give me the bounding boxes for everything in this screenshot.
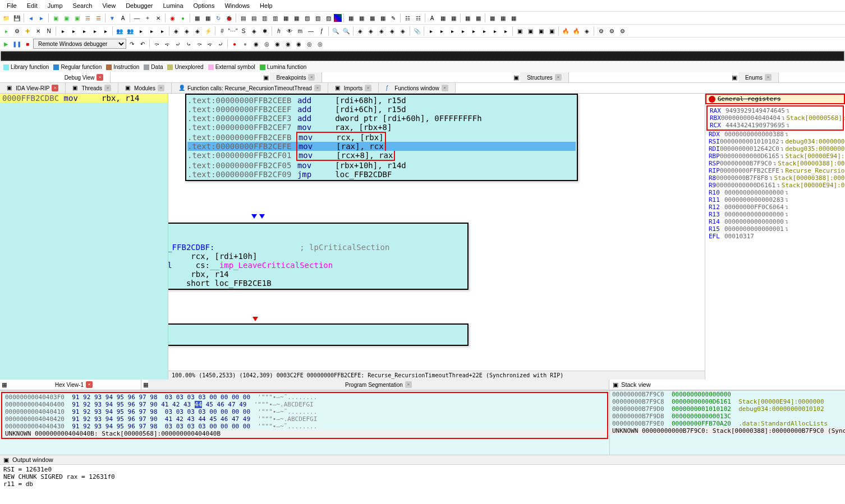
bp-icon[interactable]: ◎ xyxy=(315,39,325,49)
bp-icon[interactable]: ◎ xyxy=(304,39,314,49)
win-icon[interactable]: ▥ xyxy=(259,13,269,23)
type-icon[interactable]: ◈ xyxy=(249,26,259,36)
color-icon[interactable] xyxy=(334,14,342,22)
type-icon[interactable]: ▸ xyxy=(79,26,89,36)
close-icon[interactable]: × xyxy=(86,381,93,388)
flame-icon[interactable]: 🔥 xyxy=(561,26,571,36)
hex-row[interactable]: 0000000004040420 91 92 93 94 95 96 97 90… xyxy=(3,415,607,423)
close-icon[interactable]: × xyxy=(158,85,164,91)
m-icon[interactable]: m xyxy=(295,26,305,36)
type-icon[interactable]: ▸ xyxy=(146,26,157,36)
graph-icon[interactable]: ◈ xyxy=(366,26,376,36)
nav-icon[interactable]: ▸ xyxy=(458,26,468,36)
tab-breakpoints[interactable]: Breakpoints× xyxy=(270,72,323,82)
output-window[interactable]: RSI = 12631e0 NEW CHUNK SIGRED rax = 126… xyxy=(0,464,845,489)
hash-icon[interactable]: # xyxy=(217,26,227,36)
tool-icon[interactable]: ☷ xyxy=(413,13,423,23)
seg-icon[interactable]: ▦ xyxy=(141,380,148,386)
close-icon[interactable]: × xyxy=(405,381,412,388)
tool-icon[interactable]: ◈ xyxy=(582,26,592,36)
box-icon[interactable]: ◉ xyxy=(167,13,177,23)
open-icon[interactable]: 📁 xyxy=(1,13,11,23)
save-icon[interactable]: 💾 xyxy=(12,13,22,23)
asm-line[interactable]: .text:00000000FFB2CEF3 add dword ptr [rd… xyxy=(187,114,576,123)
nav-icon[interactable]: ▸ xyxy=(500,26,511,36)
tab-debug-view[interactable]: Debug View× xyxy=(58,72,111,82)
stack-view[interactable]: 00000000B7F9C0 0000000000000000 00000000… xyxy=(609,391,845,455)
close-icon[interactable]: × xyxy=(765,74,771,81)
tool-icon[interactable]: ▦ xyxy=(508,13,518,23)
graph-block-3[interactable]: ▦✎▤ xyxy=(168,323,469,346)
win-icon[interactable]: ▨ xyxy=(323,13,333,23)
close-icon[interactable]: × xyxy=(314,85,321,91)
asm-line[interactable]: .text:00000000FFB2CEEB add [rdi+68h], r1… xyxy=(187,96,576,105)
win-icon[interactable]: ▤ xyxy=(249,13,259,23)
close-icon[interactable]: × xyxy=(104,85,111,91)
eye-icon[interactable]: 👁 xyxy=(284,26,295,36)
asm-line[interactable]: .text:00000000FFB2CDBF xyxy=(168,234,466,243)
register-row[interactable]: R11 0000000000000283 ↴ xyxy=(706,196,844,204)
tab-modules[interactable]: ▣Modules× xyxy=(118,83,172,93)
type-icon[interactable]: ⚡ xyxy=(203,26,213,36)
run-icon[interactable]: ▶ xyxy=(1,39,11,49)
attach-icon[interactable]: 📎 xyxy=(412,26,422,36)
register-row[interactable]: R8 00000000B7F8F8 ↴ Stack[00000388]:0000… xyxy=(706,174,844,182)
type-icon[interactable]: ▸ xyxy=(100,26,111,36)
register-row[interactable]: RDI 00000000012642C0 ↴ debug035:00000000… xyxy=(706,145,844,152)
down-icon[interactable]: ▼ xyxy=(107,13,117,23)
menu-view[interactable]: View xyxy=(98,1,120,10)
tool-icon[interactable]: ✎ xyxy=(388,13,398,23)
step-icon[interactable]: ⤾ xyxy=(215,39,226,49)
zoom-icon[interactable]: 🔍 xyxy=(330,26,341,36)
type-icon[interactable]: ◈ xyxy=(171,26,181,36)
tool-icon[interactable]: ▦ xyxy=(462,13,472,23)
tool-icon[interactable]: ▦ xyxy=(367,13,377,23)
tool-icon[interactable]: ▦ xyxy=(356,13,366,23)
menu-options[interactable]: Options xyxy=(189,1,219,10)
menu-help[interactable]: Help xyxy=(255,1,277,10)
tool-icon[interactable]: ☰ xyxy=(93,13,103,23)
tool-icon[interactable]: ▣ xyxy=(61,13,71,23)
hex-view[interactable]: 00000000040403F0 91 92 93 94 95 96 97 98… xyxy=(0,391,609,455)
asm-line[interactable]: .text:00000000FFB2CDC3 call cs:__imp_Lea… xyxy=(168,261,466,270)
win-icon[interactable]: ▧ xyxy=(313,13,323,23)
register-row[interactable]: R13 0000000000000000 ↴ xyxy=(706,211,844,218)
hex-row[interactable]: 0000000004040410 91 92 93 94 95 96 97 98… xyxy=(3,408,607,415)
zoom-icon[interactable]: 🔍 xyxy=(341,26,351,36)
tool-icon[interactable]: ▦ xyxy=(448,13,458,23)
circle-icon[interactable]: ● xyxy=(178,13,188,23)
step-out-icon[interactable]: ⤾ xyxy=(173,39,183,49)
graph-icon[interactable]: ◈ xyxy=(398,26,408,36)
hex-row[interactable]: 00000000040403F0 91 92 93 94 95 96 97 98… xyxy=(3,394,607,401)
close-icon[interactable]: × xyxy=(555,74,562,81)
close-icon[interactable]: × xyxy=(365,85,371,91)
type-icon[interactable]: 👥 xyxy=(125,26,135,36)
close-icon[interactable]: × xyxy=(308,74,315,81)
graph-block-2[interactable]: ▦✎▤ .text:00000000FFB2CDBF .text:0000000… xyxy=(168,223,469,290)
flame-icon[interactable]: 🔥 xyxy=(571,26,581,36)
star-icon[interactable]: ✱ xyxy=(260,26,270,36)
win-icon[interactable]: ▦ xyxy=(281,13,291,23)
bp-icon[interactable]: ● xyxy=(229,39,240,49)
tool-icon[interactable]: ☷ xyxy=(402,13,412,23)
menu-windows[interactable]: Windows xyxy=(220,1,254,10)
register-row[interactable]: RCX 4443424190979695 ↴ xyxy=(708,122,843,129)
register-row[interactable]: RSP 00000000B7F9C0 ↴ Stack[00000388]:000… xyxy=(706,160,844,167)
register-row[interactable]: RSI 0000000001010102 ↴ debug034:00000000… xyxy=(706,138,844,145)
pause-icon[interactable]: ❚❚ xyxy=(12,39,22,49)
f-icon[interactable]: ƒ xyxy=(316,26,327,36)
menu-lumina[interactable]: Lumina xyxy=(158,1,187,10)
asm-line[interactable]: .text:00000000FFB2CDCC jz short loc_FFB2… xyxy=(168,279,466,288)
tab-threads[interactable]: ▣Threads× xyxy=(66,83,118,93)
type-icon[interactable]: N xyxy=(44,26,54,36)
stop-icon[interactable]: ■ xyxy=(22,39,33,49)
tool-icon[interactable]: ▦ xyxy=(346,13,356,23)
graph-icon[interactable]: ◈ xyxy=(376,26,387,36)
tool-icon[interactable]: ▦ xyxy=(498,13,508,23)
nav-timeline[interactable] xyxy=(1,51,844,61)
step-into-icon[interactable]: ⤽ xyxy=(162,39,172,49)
menu-jump[interactable]: Jump xyxy=(43,1,67,10)
win-icon[interactable]: ▤ xyxy=(238,13,248,23)
stack-row[interactable]: 00000000B7F9D8 000000000000013C xyxy=(610,413,845,420)
tab-prog-seg[interactable]: Program Segmentation× xyxy=(148,380,609,390)
